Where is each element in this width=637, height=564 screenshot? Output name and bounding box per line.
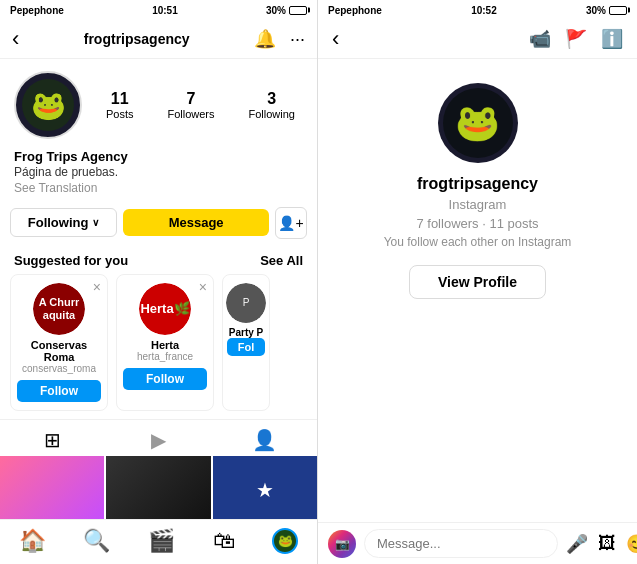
tabs-row: ⊞ ▶ 👤: [0, 419, 317, 456]
reels-icon[interactable]: 🎬: [148, 528, 175, 554]
view-profile-button[interactable]: View Profile: [409, 265, 546, 299]
following-label-btn: Following: [28, 215, 89, 230]
followers-label: Followers: [167, 108, 214, 120]
phone-left: Pepephone 10:51 30% ‹ frogtripsagency 🔔 …: [0, 0, 318, 564]
battery-icon-left: [289, 6, 307, 15]
following-stat[interactable]: 3 Following: [249, 90, 295, 120]
suggest-handle-0: conservas_roma: [22, 363, 96, 374]
stats-row-left: 11 Posts 7 Followers 3 Following: [98, 90, 303, 120]
right-mutual: You follow each other on Instagram: [384, 235, 572, 249]
tab-grid[interactable]: ⊞: [0, 428, 106, 452]
avatar-left: 🐸: [14, 71, 82, 139]
right-username: frogtripsagency: [417, 175, 538, 193]
message-bar-right: 📷 🎤 🖼 😊 ⊕: [318, 522, 637, 564]
action-buttons: Following ∨ Message 👤+: [0, 203, 317, 247]
message-input[interactable]: [364, 529, 558, 558]
phone-right: Pepephone 10:52 30% ‹ 📹 🚩 ℹ️ 🐸 frogtrips…: [318, 0, 637, 564]
conservas-logo: A Churraquita: [33, 283, 85, 335]
photo-cell-0: [0, 456, 104, 519]
following-count: 3: [267, 90, 276, 108]
status-bar-right: Pepephone 10:52 30%: [318, 0, 637, 20]
photo-cell-2: ★: [213, 456, 317, 519]
photo-cell-1: [106, 456, 210, 519]
suggest-avatar-1: Herta🌿: [139, 283, 191, 335]
mic-icon[interactable]: 🎤: [566, 533, 588, 555]
battery-right: 30%: [586, 5, 627, 16]
carrier-right: Pepephone: [328, 5, 382, 16]
see-translation[interactable]: See Translation: [14, 181, 303, 195]
followers-stat[interactable]: 7 Followers: [167, 90, 214, 120]
following-button[interactable]: Following ∨: [10, 208, 117, 237]
profile-username-left: frogtripsagency: [84, 31, 190, 47]
suggested-title: Suggested for you: [14, 253, 128, 268]
status-bar-left: Pepephone 10:51 30%: [0, 0, 317, 20]
suggest-name-0: Conservas Roma: [17, 339, 101, 363]
bio-section: Frog Trips Agency Página de pruebas. See…: [0, 147, 317, 203]
bottom-nav-left: 🏠 🔍 🎬 🛍 🐸: [0, 519, 317, 564]
notification-icon-left[interactable]: 🔔: [254, 28, 276, 50]
suggested-scroll: × A Churraquita Conservas Roma conservas…: [0, 274, 317, 419]
tab-tagged[interactable]: 👤: [211, 428, 317, 452]
video-icon-right[interactable]: 📹: [529, 28, 551, 50]
suggest-card-2: P Party P Fol: [222, 274, 270, 411]
following-label: Following: [249, 108, 295, 120]
home-icon[interactable]: 🏠: [19, 528, 46, 554]
right-platform: Instagram: [449, 197, 507, 212]
posts-label: Posts: [106, 108, 134, 120]
profile-section-left: 🐸 11 Posts 7 Followers 3 Following: [0, 59, 317, 147]
battery-left: 30%: [266, 5, 307, 16]
flag-icon-right[interactable]: 🚩: [565, 28, 587, 50]
close-suggest-0[interactable]: ×: [93, 279, 101, 295]
dm-avatar-icon: 📷: [328, 530, 356, 558]
avatar-right: 🐸: [438, 83, 518, 163]
back-button-left[interactable]: ‹: [12, 26, 19, 52]
close-suggest-1[interactable]: ×: [199, 279, 207, 295]
profile-avatar-nav[interactable]: 🐸: [272, 528, 298, 554]
sticker-icon[interactable]: 😊: [626, 533, 637, 555]
time-left: 10:51: [152, 5, 178, 16]
search-icon[interactable]: 🔍: [83, 528, 110, 554]
frog-logo-left: 🐸: [22, 79, 74, 131]
right-profile-content: 🐸 frogtripsagency Instagram 7 followers …: [318, 59, 637, 315]
message-bar-icons: 🎤 🖼 😊 ⊕: [566, 531, 637, 557]
person-plus-icon: 👤+: [278, 215, 303, 231]
battery-percent-right: 30%: [586, 5, 606, 16]
suggested-header: Suggested for you See All: [0, 247, 317, 274]
suggest-avatar-2: P: [226, 283, 266, 323]
suggest-card-1: × Herta🌿 Herta herta_france Follow: [116, 274, 214, 411]
photo-grid: ★: [0, 456, 317, 519]
tab-reels[interactable]: ▶: [106, 428, 212, 452]
follow-button-1[interactable]: Follow: [123, 368, 207, 390]
frog-logo-right: 🐸: [443, 88, 513, 158]
follow-button-2[interactable]: Fol: [227, 338, 265, 356]
star-overlay: ★: [256, 478, 274, 502]
back-button-right[interactable]: ‹: [332, 26, 339, 52]
spacer-right: [318, 315, 637, 522]
followers-count: 7: [187, 90, 196, 108]
see-all-button[interactable]: See All: [260, 253, 303, 268]
more-icon-left[interactable]: ···: [290, 29, 305, 50]
posts-count: 11: [111, 90, 129, 108]
profile-name: Frog Trips Agency: [14, 149, 303, 164]
message-button[interactable]: Message: [123, 209, 269, 236]
suggest-name-1: Herta: [151, 339, 179, 351]
battery-percent-left: 30%: [266, 5, 286, 16]
suggest-name-2: Party P: [229, 327, 263, 338]
info-icon-right[interactable]: ℹ️: [601, 28, 623, 50]
time-right: 10:52: [471, 5, 497, 16]
nav-header-left: ‹ frogtripsagency 🔔 ···: [0, 20, 317, 59]
carrier-left: Pepephone: [10, 5, 64, 16]
battery-icon-right: [609, 6, 627, 15]
image-icon[interactable]: 🖼: [598, 533, 616, 554]
add-person-button[interactable]: 👤+: [275, 207, 307, 239]
suggest-handle-1: herta_france: [137, 351, 193, 362]
follow-button-0[interactable]: Follow: [17, 380, 101, 402]
header-icons-left: 🔔 ···: [254, 28, 305, 50]
bio-text: Página de pruebas.: [14, 164, 303, 181]
shop-icon[interactable]: 🛍: [213, 528, 235, 554]
header-icons-right: 📹 🚩 ℹ️: [529, 28, 623, 50]
party-logo: P: [226, 283, 266, 323]
suggest-avatar-0: A Churraquita: [33, 283, 85, 335]
suggest-card-0: × A Churraquita Conservas Roma conservas…: [10, 274, 108, 411]
posts-stat: 11 Posts: [106, 90, 134, 120]
